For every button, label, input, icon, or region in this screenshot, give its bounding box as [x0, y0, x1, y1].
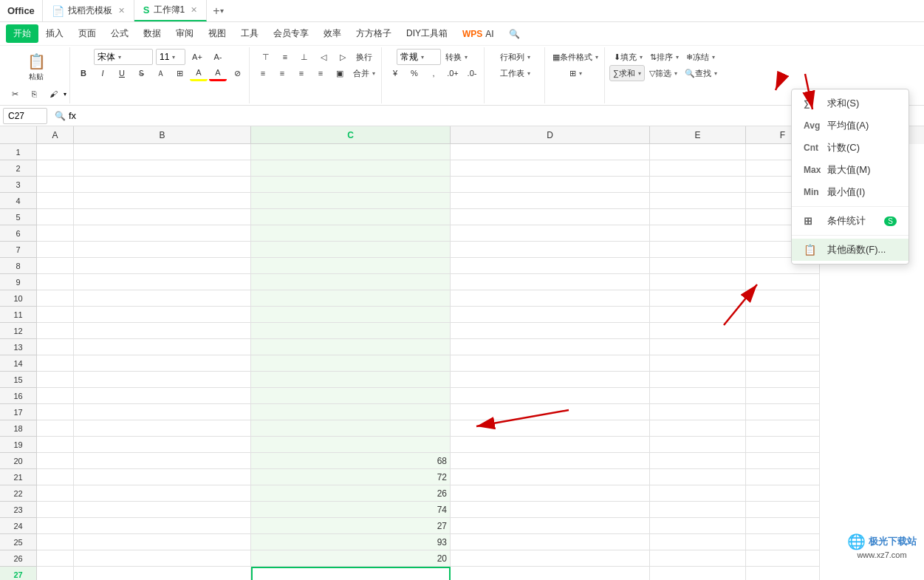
cell-E17[interactable] [650, 404, 746, 420]
paste-button[interactable]: 📋 粘贴 [23, 49, 50, 86]
cell-C9[interactable] [251, 274, 451, 290]
menu-formula[interactable]: 公式 [103, 24, 136, 43]
row-header-3[interactable]: 3 [0, 177, 37, 193]
paste-dropdown[interactable]: ▾ [64, 91, 66, 98]
cell-A3[interactable] [37, 177, 74, 193]
font-color-button[interactable]: A [209, 65, 227, 81]
cell-C20[interactable]: 68 [251, 453, 451, 469]
cell-F20[interactable] [746, 453, 820, 469]
cell-F16[interactable] [746, 388, 820, 404]
menu-item-cnt[interactable]: Cnt 计数(C) [792, 137, 908, 159]
cell-F22[interactable] [746, 485, 820, 502]
align-fill-button[interactable]: ▣ [331, 65, 349, 81]
cell-C5[interactable] [251, 209, 451, 225]
align-left-button[interactable]: ≡ [254, 65, 272, 81]
menu-view[interactable]: 视图 [201, 24, 233, 43]
justify-button[interactable]: ≡ [312, 65, 329, 81]
cell-reference-box[interactable]: C27 [3, 108, 47, 124]
cell-C23[interactable]: 74 [251, 502, 451, 518]
row-header-16[interactable]: 16 [0, 388, 37, 404]
row-header-25[interactable]: 25 [0, 534, 37, 550]
cell-E11[interactable] [650, 307, 746, 323]
cell-A7[interactable] [37, 242, 74, 258]
cell-C11[interactable] [251, 307, 451, 323]
menu-wpsai[interactable]: WPS AI [455, 26, 502, 42]
row-header-11[interactable]: 11 [0, 307, 37, 323]
cell-C6[interactable] [251, 225, 451, 242]
cell-A6[interactable] [37, 225, 74, 242]
cell-B2[interactable] [74, 160, 251, 177]
cell-F10[interactable] [746, 290, 820, 307]
cell-D13[interactable] [451, 339, 650, 355]
cell-E19[interactable] [650, 437, 746, 453]
cell-A23[interactable] [37, 502, 74, 518]
underline-button[interactable]: U [113, 65, 131, 81]
cell-B9[interactable] [74, 274, 251, 290]
cell-E7[interactable] [650, 242, 746, 258]
cell-C24[interactable]: 27 [251, 518, 451, 534]
cell-B4[interactable] [74, 193, 251, 209]
row-header-27[interactable]: 27 [0, 567, 37, 580]
cell-E1[interactable] [650, 144, 746, 160]
row-header-23[interactable]: 23 [0, 502, 37, 518]
filter-button[interactable]: ▽ 筛选 ▾ [646, 65, 680, 81]
row-header-8[interactable]: 8 [0, 258, 37, 274]
cell-A10[interactable] [37, 290, 74, 307]
cell-F18[interactable] [746, 420, 820, 437]
convert-button[interactable]: 转换 ▾ [442, 49, 470, 65]
cell-B7[interactable] [74, 242, 251, 258]
cell-E14[interactable] [650, 355, 746, 372]
zoom-icon[interactable]: 🔍 [55, 111, 66, 121]
menu-start[interactable]: 开始 [6, 24, 38, 43]
row-header-7[interactable]: 7 [0, 242, 37, 258]
align-vmiddle-button[interactable]: ≡ [276, 49, 294, 65]
cell-B11[interactable] [74, 307, 251, 323]
row-header-12[interactable]: 12 [0, 323, 37, 339]
row-header-19[interactable]: 19 [0, 437, 37, 453]
cell-E22[interactable] [650, 485, 746, 502]
col-header-d[interactable]: D [451, 126, 650, 144]
wrap-button[interactable]: 换行 [353, 49, 375, 65]
cell-B27[interactable] [74, 567, 251, 580]
cell-D18[interactable] [451, 420, 650, 437]
cell-C27[interactable] [251, 567, 451, 580]
increase-decimal-button[interactable]: .0+ [444, 65, 462, 81]
freeze-button[interactable]: ❄ 冻结 ▾ [683, 49, 718, 65]
col-header-a[interactable]: A [37, 126, 74, 144]
row-header-22[interactable]: 22 [0, 485, 37, 502]
currency-button[interactable]: ¥ [386, 65, 404, 81]
cell-C2[interactable] [251, 160, 451, 177]
copy-button[interactable]: ⎘ [25, 86, 43, 102]
strikethrough-button[interactable]: S̶ [132, 65, 150, 81]
menu-diy[interactable]: DIY工具箱 [399, 24, 455, 43]
cell-A25[interactable] [37, 534, 74, 550]
number-format-selector[interactable]: 常规 ▾ [397, 49, 441, 65]
menu-item-max[interactable]: Max 最大值(M) [792, 159, 908, 181]
cell-C16[interactable] [251, 388, 451, 404]
row-header-21[interactable]: 21 [0, 469, 37, 485]
cell-D20[interactable] [451, 453, 650, 469]
conditional-format-button[interactable]: ▦ 条件格式 ▾ [550, 49, 601, 65]
menu-tools[interactable]: 工具 [233, 24, 266, 43]
cell-A21[interactable] [37, 469, 74, 485]
cell-A12[interactable] [37, 323, 74, 339]
cell-E4[interactable] [650, 193, 746, 209]
cell-C4[interactable] [251, 193, 451, 209]
cell-B19[interactable] [74, 437, 251, 453]
row-header-2[interactable]: 2 [0, 160, 37, 177]
cell-A11[interactable] [37, 307, 74, 323]
menu-search[interactable]: 🔍 [502, 26, 527, 42]
cell-B3[interactable] [74, 177, 251, 193]
cell-B20[interactable] [74, 453, 251, 469]
cell-D3[interactable] [451, 177, 650, 193]
cell-D14[interactable] [451, 355, 650, 372]
cell-D1[interactable] [451, 144, 650, 160]
cell-B18[interactable] [74, 420, 251, 437]
cut-button[interactable]: ✂ [6, 86, 24, 102]
cell-D26[interactable] [451, 550, 650, 567]
row-header-13[interactable]: 13 [0, 339, 37, 355]
cell-D23[interactable] [451, 502, 650, 518]
row-header-6[interactable]: 6 [0, 225, 37, 242]
percent-button[interactable]: % [405, 65, 423, 81]
border-format-button[interactable]: ⊞ ▾ [567, 65, 585, 81]
